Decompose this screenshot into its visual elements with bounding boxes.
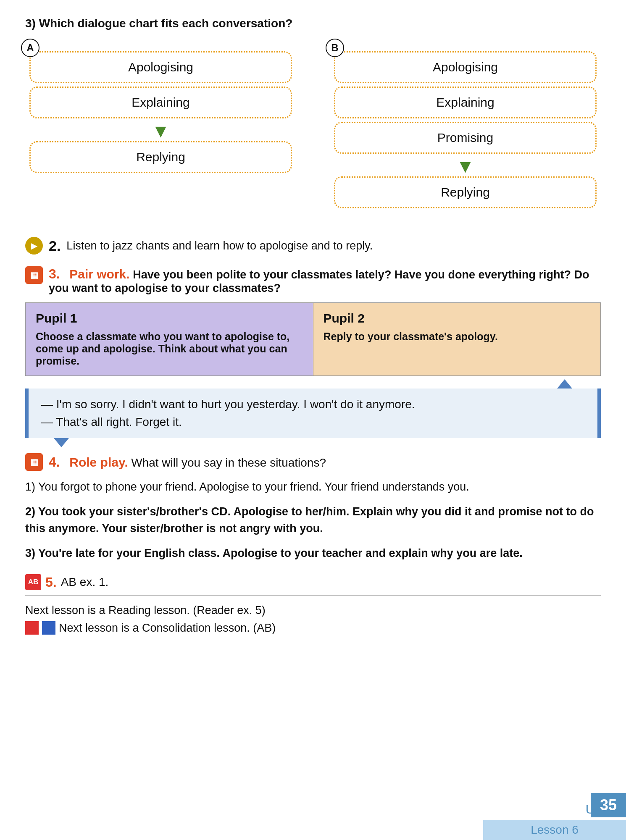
section-4-content: 4. Role play. What will you say in these… [49,454,326,470]
chart-b-box-1: Apologising [334,51,597,83]
section-2-text: Listen to jazz chants and learn how to a… [66,239,373,252]
role-item-2: 2) You took your sister's/brother's CD. … [25,503,601,537]
next-lesson-1-text: Next lesson is a Reading lesson. (Reader… [25,604,266,617]
section-3-content: 3. Pair work. Have you been polite to yo… [49,266,601,295]
role-item-2-text: 2) You took your sister's/brother's CD. … [25,505,594,535]
chart-b-box-4: Replying [334,176,597,208]
section-4-number: 4. [49,454,60,470]
section-5-number: 5. [45,575,57,590]
dialogue-line2: — That's all right. Forget it. [41,415,585,429]
role-item-3-text: 3) You're late for your English class. A… [25,547,523,559]
dialogue-arrow-bottom [54,438,69,447]
chart-b-arrow: ▼ [334,157,597,176]
footer-page: 35 [591,793,626,817]
pupil2-title: Pupil 2 [324,311,591,326]
divider [25,595,601,596]
pupil1-col: Pupil 1 Choose a classmate who you want … [26,303,313,375]
section-4-intro: What will you say in these situations? [131,456,326,469]
role-play-items: 1) You forgot to phone your friend. Apol… [25,478,601,562]
chart-a-label: A [21,39,39,57]
pupil2-col: Pupil 2 Reply to your classmate's apolog… [313,303,601,375]
pupil1-desc: Choose a classmate who you want to apolo… [36,331,303,367]
chart-a-box-3: Replying [29,141,292,173]
next-lesson-1: Next lesson is a Reading lesson. (Reader… [25,604,601,617]
section-5: AB 5. AB ex. 1. [25,574,601,590]
chart-a-box-2: Explaining [29,87,292,118]
question3-label: 3) Which dialogue chart fits each conver… [25,17,601,30]
section-5-text: AB ex. 1. [61,575,109,589]
section-2-number: 2. [49,238,60,254]
pupil-table: Pupil 1 Choose a classmate who you want … [25,302,601,376]
charts-container: A Apologising Explaining ▼ Replying B Ap… [25,43,601,216]
dialogue-line1: — I'm so sorry. I didn't want to hurt yo… [41,398,585,411]
pair-icon: ▦ [25,266,43,284]
chart-b-box-2: Explaining [334,87,597,118]
footer-lesson: Lesson 6 [483,820,626,840]
role-play-label: Role play. [69,455,128,469]
section-2: ▶ 2. Listen to jazz chants and learn how… [25,237,601,255]
role-play-icon: ▦ [25,453,43,471]
role-item-3: 3) You're late for your English class. A… [25,545,601,562]
section-3-text: Have you been polite to your classmates … [49,268,589,294]
chart-a: A Apologising Explaining ▼ Replying [25,43,296,181]
pupil1-title: Pupil 1 [36,311,303,326]
section-4-header: ▦ 4. Role play. What will you say in the… [25,453,601,471]
ab-icon: AB [25,574,41,590]
chart-b-label: B [326,39,344,57]
dialogue-box: — I'm so sorry. I didn't want to hurt yo… [25,388,601,438]
next-lesson-2-text: Next lesson is a Consolidation lesson. (… [59,622,276,635]
dialogue-arrow-top [557,379,572,388]
chart-b: B Apologising Explaining Promising ▼ Rep… [330,43,601,216]
audio-icon[interactable]: ▶ [25,237,43,255]
pair-work-label: Pair work. [69,267,129,281]
section-3-number: 3. [49,266,60,281]
role-item-1: 1) You forgot to phone your friend. Apol… [25,478,601,496]
consolidation-icon-blue [42,621,55,635]
section-3-header: ▦ 3. Pair work. Have you been polite to … [25,266,601,295]
role-item-1-text: 1) You forgot to phone your friend. Apol… [25,480,469,493]
consolidation-icon-red [25,621,39,635]
chart-b-box-3: Promising [334,122,597,154]
chart-a-box-1: Apologising [29,51,292,83]
chart-a-arrow: ▼ [29,122,292,140]
footer: Unit 2 35 Lesson 6 [483,799,626,840]
pupil2-desc: Reply to your classmate's apology. [324,331,591,343]
next-lesson-2-row: Next lesson is a Consolidation lesson. (… [25,621,601,635]
